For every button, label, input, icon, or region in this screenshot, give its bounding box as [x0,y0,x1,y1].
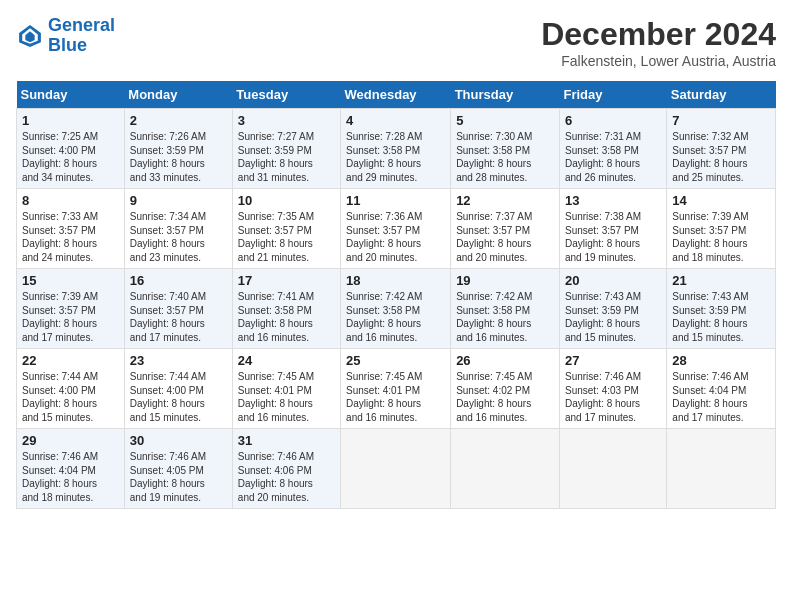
calendar-week-row: 15Sunrise: 7:39 AM Sunset: 3:57 PM Dayli… [17,269,776,349]
day-info: Sunrise: 7:39 AM Sunset: 3:57 PM Dayligh… [22,290,119,344]
calendar-cell: 13Sunrise: 7:38 AM Sunset: 3:57 PM Dayli… [559,189,666,269]
calendar-cell: 19Sunrise: 7:42 AM Sunset: 3:58 PM Dayli… [451,269,560,349]
title-area: December 2024 Falkenstein, Lower Austria… [541,16,776,69]
day-number: 17 [238,273,335,288]
day-info: Sunrise: 7:34 AM Sunset: 3:57 PM Dayligh… [130,210,227,264]
day-header-thursday: Thursday [451,81,560,109]
calendar-week-row: 22Sunrise: 7:44 AM Sunset: 4:00 PM Dayli… [17,349,776,429]
day-number: 10 [238,193,335,208]
calendar-week-row: 29Sunrise: 7:46 AM Sunset: 4:04 PM Dayli… [17,429,776,509]
day-info: Sunrise: 7:42 AM Sunset: 3:58 PM Dayligh… [346,290,445,344]
day-info: Sunrise: 7:46 AM Sunset: 4:05 PM Dayligh… [130,450,227,504]
day-info: Sunrise: 7:45 AM Sunset: 4:02 PM Dayligh… [456,370,554,424]
day-number: 9 [130,193,227,208]
day-header-sunday: Sunday [17,81,125,109]
calendar-cell: 26Sunrise: 7:45 AM Sunset: 4:02 PM Dayli… [451,349,560,429]
day-number: 7 [672,113,770,128]
calendar-cell: 9Sunrise: 7:34 AM Sunset: 3:57 PM Daylig… [124,189,232,269]
day-number: 6 [565,113,661,128]
calendar-cell [667,429,776,509]
day-info: Sunrise: 7:31 AM Sunset: 3:58 PM Dayligh… [565,130,661,184]
page-header: General Blue December 2024 Falkenstein, … [16,16,776,69]
calendar-cell: 25Sunrise: 7:45 AM Sunset: 4:01 PM Dayli… [341,349,451,429]
day-info: Sunrise: 7:37 AM Sunset: 3:57 PM Dayligh… [456,210,554,264]
calendar-week-row: 8Sunrise: 7:33 AM Sunset: 3:57 PM Daylig… [17,189,776,269]
day-number: 8 [22,193,119,208]
calendar-cell: 11Sunrise: 7:36 AM Sunset: 3:57 PM Dayli… [341,189,451,269]
day-number: 22 [22,353,119,368]
day-info: Sunrise: 7:33 AM Sunset: 3:57 PM Dayligh… [22,210,119,264]
calendar-cell: 3Sunrise: 7:27 AM Sunset: 3:59 PM Daylig… [232,109,340,189]
day-info: Sunrise: 7:46 AM Sunset: 4:04 PM Dayligh… [672,370,770,424]
day-info: Sunrise: 7:45 AM Sunset: 4:01 PM Dayligh… [346,370,445,424]
calendar-cell: 15Sunrise: 7:39 AM Sunset: 3:57 PM Dayli… [17,269,125,349]
day-info: Sunrise: 7:38 AM Sunset: 3:57 PM Dayligh… [565,210,661,264]
logo-text: General Blue [48,16,115,56]
day-info: Sunrise: 7:41 AM Sunset: 3:58 PM Dayligh… [238,290,335,344]
day-number: 13 [565,193,661,208]
day-info: Sunrise: 7:43 AM Sunset: 3:59 PM Dayligh… [565,290,661,344]
day-number: 27 [565,353,661,368]
calendar-cell: 18Sunrise: 7:42 AM Sunset: 3:58 PM Dayli… [341,269,451,349]
calendar-cell: 12Sunrise: 7:37 AM Sunset: 3:57 PM Dayli… [451,189,560,269]
calendar-cell [451,429,560,509]
logo-blue: Blue [48,35,87,55]
calendar-cell: 14Sunrise: 7:39 AM Sunset: 3:57 PM Dayli… [667,189,776,269]
calendar-cell: 30Sunrise: 7:46 AM Sunset: 4:05 PM Dayli… [124,429,232,509]
day-number: 11 [346,193,445,208]
logo-icon [16,22,44,50]
day-info: Sunrise: 7:30 AM Sunset: 3:58 PM Dayligh… [456,130,554,184]
day-info: Sunrise: 7:43 AM Sunset: 3:59 PM Dayligh… [672,290,770,344]
day-info: Sunrise: 7:46 AM Sunset: 4:03 PM Dayligh… [565,370,661,424]
day-number: 26 [456,353,554,368]
calendar-cell: 8Sunrise: 7:33 AM Sunset: 3:57 PM Daylig… [17,189,125,269]
day-header-monday: Monday [124,81,232,109]
day-header-tuesday: Tuesday [232,81,340,109]
day-number: 20 [565,273,661,288]
day-number: 31 [238,433,335,448]
calendar-cell: 21Sunrise: 7:43 AM Sunset: 3:59 PM Dayli… [667,269,776,349]
calendar-cell: 24Sunrise: 7:45 AM Sunset: 4:01 PM Dayli… [232,349,340,429]
calendar-cell: 20Sunrise: 7:43 AM Sunset: 3:59 PM Dayli… [559,269,666,349]
day-number: 18 [346,273,445,288]
calendar-cell: 16Sunrise: 7:40 AM Sunset: 3:57 PM Dayli… [124,269,232,349]
day-number: 3 [238,113,335,128]
location-subtitle: Falkenstein, Lower Austria, Austria [541,53,776,69]
day-number: 14 [672,193,770,208]
day-number: 4 [346,113,445,128]
calendar-cell: 2Sunrise: 7:26 AM Sunset: 3:59 PM Daylig… [124,109,232,189]
logo-general: General [48,15,115,35]
day-info: Sunrise: 7:27 AM Sunset: 3:59 PM Dayligh… [238,130,335,184]
day-number: 15 [22,273,119,288]
calendar-cell: 4Sunrise: 7:28 AM Sunset: 3:58 PM Daylig… [341,109,451,189]
day-info: Sunrise: 7:32 AM Sunset: 3:57 PM Dayligh… [672,130,770,184]
day-header-saturday: Saturday [667,81,776,109]
day-number: 12 [456,193,554,208]
calendar-cell: 27Sunrise: 7:46 AM Sunset: 4:03 PM Dayli… [559,349,666,429]
day-info: Sunrise: 7:44 AM Sunset: 4:00 PM Dayligh… [130,370,227,424]
calendar-cell [559,429,666,509]
calendar-cell [341,429,451,509]
day-number: 21 [672,273,770,288]
day-header-friday: Friday [559,81,666,109]
day-number: 29 [22,433,119,448]
day-info: Sunrise: 7:26 AM Sunset: 3:59 PM Dayligh… [130,130,227,184]
day-info: Sunrise: 7:46 AM Sunset: 4:06 PM Dayligh… [238,450,335,504]
calendar-cell: 5Sunrise: 7:30 AM Sunset: 3:58 PM Daylig… [451,109,560,189]
calendar-cell: 6Sunrise: 7:31 AM Sunset: 3:58 PM Daylig… [559,109,666,189]
day-number: 24 [238,353,335,368]
days-header-row: SundayMondayTuesdayWednesdayThursdayFrid… [17,81,776,109]
calendar-cell: 7Sunrise: 7:32 AM Sunset: 3:57 PM Daylig… [667,109,776,189]
calendar-cell: 10Sunrise: 7:35 AM Sunset: 3:57 PM Dayli… [232,189,340,269]
day-info: Sunrise: 7:25 AM Sunset: 4:00 PM Dayligh… [22,130,119,184]
day-info: Sunrise: 7:36 AM Sunset: 3:57 PM Dayligh… [346,210,445,264]
calendar-cell: 23Sunrise: 7:44 AM Sunset: 4:00 PM Dayli… [124,349,232,429]
day-number: 5 [456,113,554,128]
logo: General Blue [16,16,115,56]
calendar-cell: 17Sunrise: 7:41 AM Sunset: 3:58 PM Dayli… [232,269,340,349]
day-info: Sunrise: 7:46 AM Sunset: 4:04 PM Dayligh… [22,450,119,504]
day-info: Sunrise: 7:35 AM Sunset: 3:57 PM Dayligh… [238,210,335,264]
calendar-cell: 22Sunrise: 7:44 AM Sunset: 4:00 PM Dayli… [17,349,125,429]
day-number: 19 [456,273,554,288]
day-info: Sunrise: 7:39 AM Sunset: 3:57 PM Dayligh… [672,210,770,264]
